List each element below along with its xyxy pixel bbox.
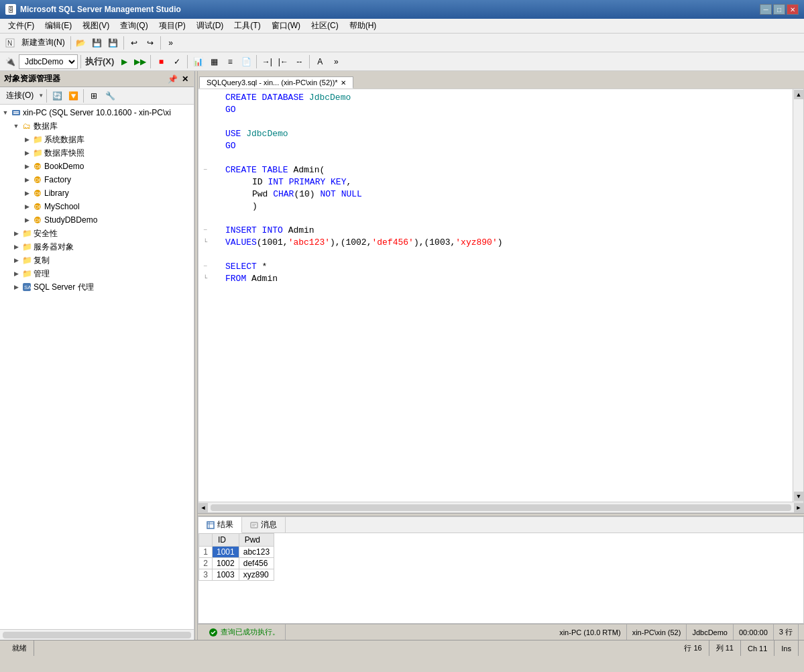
bookdemo-expander[interactable]: ▶ [21,161,32,172]
collapse-icon-2[interactable]: − [198,225,212,237]
font-button[interactable]: A [312,54,327,69]
menu-file[interactable]: 文件(F) [3,19,40,33]
menu-community[interactable]: 社区(C) [306,19,344,33]
tree-server-objects[interactable]: ▶ 📁 服务器对象 [0,240,194,254]
tree-factory[interactable]: ▶ DB Factory [0,173,194,186]
messages-tab[interactable]: 消息 [242,517,286,533]
table-row[interactable]: 1 1001 abc123 [199,547,274,558]
editor-content[interactable]: CREATE DATABASE JdbcDemo GO USE JdbcDemo… [198,89,793,502]
grid-button[interactable]: ▦ [207,54,221,69]
scroll-right-button[interactable]: ► [794,503,803,512]
new-query-label[interactable]: 新建查询(N) [19,37,68,48]
tree-studydbdemo[interactable]: ▶ DB StudyDBDemo [0,213,194,227]
tree-server-node[interactable]: ▼ xin-PC (SQL Server 10.0.1600 - xin-PC\… [0,106,194,119]
tree-snapshots[interactable]: ▶ 📁 数据库快照 [0,146,194,160]
minimize-button[interactable]: ─ [760,4,772,15]
tree-management[interactable]: ▶ 📁 管理 [0,267,194,280]
collapse-icon-5[interactable]: └ [198,273,212,285]
undo-button[interactable]: ↩ [127,36,141,50]
results-button[interactable]: 📊 [190,54,205,69]
server-objects-expander[interactable]: ▶ [11,241,21,252]
hscroll-thumb[interactable] [211,504,791,511]
row-1-pwd[interactable]: abc123 [239,547,274,558]
menu-window[interactable]: 窗口(W) [266,19,306,33]
table-row[interactable]: 3 1003 xyz890 [199,569,274,581]
factory-expander[interactable]: ▶ [21,174,32,185]
sidebar-hscroll[interactable] [0,629,194,640]
indentmore-button[interactable]: →| [260,54,274,69]
debug-button[interactable]: ▶▶ [133,54,148,69]
editor-hscrollbar[interactable]: ◄ ► [198,502,803,512]
tree-sql-agent[interactable]: ▶ SA SQL Server 代理 [0,280,194,294]
snapshots-expander[interactable]: ▶ [21,148,32,158]
save-all-button[interactable]: 💾 [106,36,121,50]
editor-vscrollbar[interactable]: ▲ ▼ [793,89,803,502]
indentless-button[interactable]: |← [276,54,290,69]
menu-tools[interactable]: 工具(T) [229,19,266,33]
maximize-button[interactable]: □ [773,4,785,15]
redo-button[interactable]: ↪ [143,36,158,50]
sidebar-refresh-button[interactable]: 🔄 [50,89,64,103]
comment-button[interactable]: -- [292,54,306,69]
sidebar-icon2-button[interactable]: 🔧 [103,89,117,103]
myschool-expander[interactable]: ▶ [21,201,32,212]
tree-library[interactable]: ▶ DB Library [0,186,194,200]
connect-db-button[interactable]: 🔌 [3,54,17,69]
databases-expander[interactable]: ▼ [11,121,21,131]
sidebar-filter-button[interactable]: 🔽 [66,89,80,103]
server-expander[interactable]: ▼ [0,107,11,118]
window-controls[interactable]: ─ □ ✕ [760,4,799,15]
execute-label[interactable]: 执行(X) [84,56,115,68]
management-expander[interactable]: ▶ [11,268,21,279]
scroll-up-button[interactable]: ▲ [794,90,803,99]
execute-button[interactable]: ▶ [117,54,131,69]
sidebar-icon1-button[interactable]: ⊞ [87,89,101,103]
security-expander[interactable]: ▶ [11,228,21,239]
results-tab[interactable]: 结果 [198,517,242,533]
more2-button[interactable]: » [329,54,343,69]
menu-debug[interactable]: 调试(D) [191,19,229,33]
more-button[interactable]: » [164,36,178,50]
database-dropdown[interactable]: JdbcDemo [19,54,78,69]
library-expander[interactable]: ▶ [21,188,32,199]
scroll-down-button[interactable]: ▼ [794,492,803,501]
row-1-id[interactable]: 1001 [213,547,239,558]
sidebar-pin-button[interactable]: 📌 [166,74,179,84]
tree-security[interactable]: ▶ 📁 安全性 [0,227,194,240]
stop-button[interactable]: ■ [154,54,168,69]
sidebar-hscroll-thumb[interactable] [3,632,191,638]
tree-replication[interactable]: ▶ 📁 复制 [0,254,194,267]
connect-button[interactable]: 连接(O) [3,89,37,103]
scroll-left-button[interactable]: ◄ [198,503,208,512]
replication-expander[interactable]: ▶ [11,255,21,266]
tree-bookdemo[interactable]: ▶ DB BookDemo [0,160,194,173]
sidebar-close-button[interactable]: ✕ [180,74,190,84]
menu-project[interactable]: 项目(P) [154,19,191,33]
parse-button[interactable]: ✓ [170,54,184,69]
collapse-icon-3[interactable]: └ [198,237,212,249]
menu-query[interactable]: 查询(Q) [115,19,153,33]
tree-system-dbs[interactable]: ▶ 📁 系统数据库 [0,133,194,146]
row-3-id[interactable]: 1003 [213,569,239,581]
table-row[interactable]: 2 1002 def456 [199,558,274,569]
menu-view[interactable]: 视图(V) [77,19,115,33]
open-button[interactable]: 📂 [74,36,89,50]
new-query-button[interactable]: N [3,36,17,50]
query-tab-1[interactable]: SQLQuery3.sql - xin... (xin-PC\xin (52))… [199,76,353,89]
row-2-id[interactable]: 1002 [213,558,239,569]
tree-myschool[interactable]: ▶ DB MySchool [0,200,194,213]
studydbdemo-expander[interactable]: ▶ [21,215,32,225]
row-3-pwd[interactable]: xyz890 [239,569,274,581]
tree-databases-node[interactable]: ▼ 🗂 数据库 [0,119,194,133]
save-button[interactable]: 💾 [90,36,105,50]
row-2-pwd[interactable]: def456 [239,558,274,569]
close-button[interactable]: ✕ [787,4,799,15]
menu-help[interactable]: 帮助(H) [344,19,382,33]
system-dbs-expander[interactable]: ▶ [21,134,32,145]
file-button[interactable]: 📄 [239,54,253,69]
text-button[interactable]: ≡ [223,54,237,69]
sql-agent-expander[interactable]: ▶ [11,282,21,292]
query-tab-1-close[interactable]: ✕ [341,79,346,87]
menu-edit[interactable]: 编辑(E) [40,19,77,33]
collapse-icon-4[interactable]: − [198,261,212,273]
